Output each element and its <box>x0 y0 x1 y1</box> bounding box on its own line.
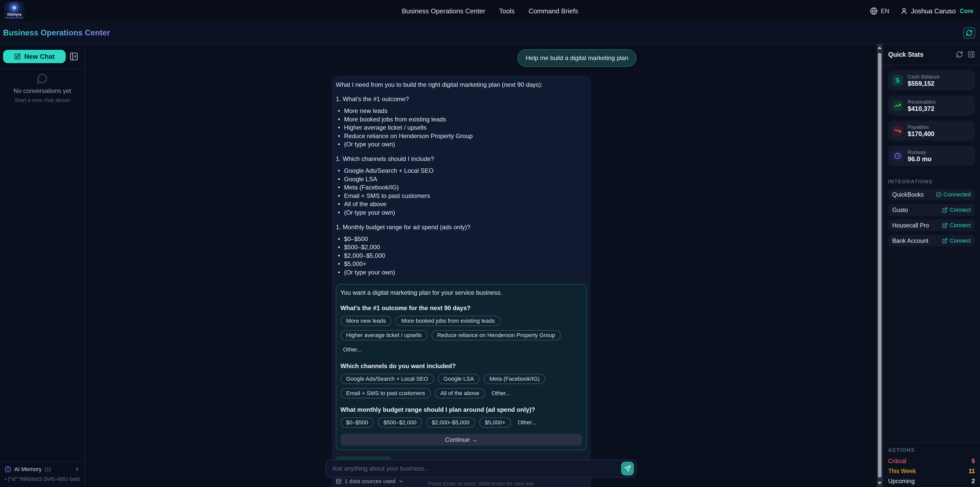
refresh-icon <box>966 30 972 36</box>
chip-budget-2000-5000[interactable]: $2,000–$5,000 <box>426 417 475 428</box>
integration-bank-account[interactable]: Bank Account Connect <box>888 235 975 247</box>
action-critical[interactable]: Critical 5 <box>888 458 975 464</box>
quick-stats-header: Quick Stats <box>883 44 980 65</box>
quick-stats-refresh-button[interactable] <box>956 51 963 58</box>
list-item: More new leads <box>336 107 587 115</box>
continue-button[interactable]: Continue → <box>340 434 582 445</box>
external-link-icon <box>942 238 948 244</box>
new-chat-label: New Chat <box>24 53 55 61</box>
integration-status-label: Connect <box>950 207 971 213</box>
panel-left-close-icon <box>69 52 78 61</box>
quickbooks-status[interactable]: Connected <box>936 191 971 198</box>
chip-budget-5000-plus[interactable]: $5,000+ <box>479 417 511 428</box>
scroll-down-button[interactable] <box>877 479 883 487</box>
page-header: Business Operations Center <box>0 22 980 44</box>
integration-name: Gusto <box>892 207 908 214</box>
assistant-intro: What I need from you to build the right … <box>336 81 587 89</box>
chat-input-wrap <box>326 460 636 477</box>
conversations-empty-state: No conversations yet Start a new chat ab… <box>0 73 85 103</box>
list-item: Meta (Facebook/IG) <box>336 183 587 192</box>
integration-quickbooks[interactable]: QuickBooks Connected <box>888 189 975 201</box>
chip-budget-0-500[interactable]: $0–$500 <box>340 417 374 428</box>
chip-more-new-leads[interactable]: More new leads <box>340 316 391 326</box>
chip-meta[interactable]: Meta (Facebook/IG) <box>484 374 545 384</box>
new-chat-button[interactable]: New Chat <box>3 50 66 63</box>
actions-title: ACTIONS <box>883 447 980 453</box>
form-question-channels: Which channels do you want included? <box>340 362 582 370</box>
page-title: Business Operations Center <box>3 28 110 37</box>
list-item: Google Ads/Search + Local SEO <box>336 167 587 175</box>
chat-scrollbar[interactable] <box>877 44 883 487</box>
nav-right: EN Joshua Caruso Core <box>870 0 973 22</box>
trending-down-icon <box>892 125 903 136</box>
collapse-stats-panel-button[interactable] <box>968 51 975 58</box>
ai-memory-toggle[interactable]: AI Memory (1) <box>5 466 80 473</box>
check-circle-icon <box>936 192 942 197</box>
clarification-form-card: You want a digital marketing plan for yo… <box>336 284 587 450</box>
language-label: EN <box>881 8 889 14</box>
chip-other-outcome[interactable]: Other... <box>340 345 364 355</box>
chip-other-budget[interactable]: Other... <box>515 417 539 428</box>
assistant-q2-list: Google Ads/Search + Local SEO Google LSA… <box>336 167 587 217</box>
chip-budget-500-2000[interactable]: $500–$2,000 <box>378 417 422 428</box>
stat-runway: Runway 96.0 mo <box>888 146 975 166</box>
chip-more-booked-jobs[interactable]: More booked jobs from existing leads <box>396 316 500 326</box>
stats-sidebar: Quick Stats Cash Balance $559,152 <box>883 44 980 487</box>
quick-stats-list: Cash Balance $559,152 Receivables $410,3… <box>883 65 980 166</box>
language-switcher[interactable]: EN <box>870 7 889 15</box>
integration-housecall-pro[interactable]: Housecall Pro Connect <box>888 219 975 231</box>
top-nav: Omnyra See Clearly. Act Boldly. Business… <box>0 0 980 22</box>
ai-memory-preview: {"id":"89fd4bd3-2b45-4861-bab8-... <box>5 476 80 482</box>
list-item: (Or type your own) <box>336 208 587 217</box>
user-menu[interactable]: Joshua Caruso <box>900 7 956 15</box>
user-message-bubble: Help me build a digital marketing plan <box>517 49 636 67</box>
brain-icon <box>5 466 11 473</box>
budget-chips: $0–$500 $500–$2,000 $2,000–$5,000 $5,000… <box>340 417 582 428</box>
assistant-question-2: 1. Which channels should I include? <box>336 155 587 163</box>
scroll-up-button[interactable] <box>877 44 883 51</box>
page-refresh-button[interactable] <box>963 27 975 38</box>
chip-google-lsa[interactable]: Google LSA <box>438 374 480 384</box>
stat-label: Cash Balance <box>908 74 940 80</box>
dollar-icon <box>892 75 903 86</box>
nav-links: Business Operations Center Tools Command… <box>0 0 980 22</box>
trending-up-icon <box>892 100 903 111</box>
stat-value: $170,400 <box>908 130 934 137</box>
integration-name: Bank Account <box>892 238 928 244</box>
ai-memory-label: AI Memory <box>14 466 41 473</box>
action-this-week[interactable]: This Week 11 <box>888 468 975 474</box>
list-item: Reduce reliance on Henderson Property Gr… <box>336 132 587 141</box>
collapse-sidebar-button[interactable] <box>69 52 78 61</box>
list-item: Higher average ticket / upsells <box>336 123 587 132</box>
integration-gusto[interactable]: Gusto Connect <box>888 204 975 216</box>
nav-link-business-operations-center[interactable]: Business Operations Center <box>402 7 485 15</box>
chat-area: Help me build a digital marketing plan W… <box>85 44 877 487</box>
chip-google-ads-seo[interactable]: Google Ads/Search + Local SEO <box>340 374 434 384</box>
integration-name: Housecall Pro <box>892 222 929 229</box>
list-item: Email + SMS to past customers <box>336 192 587 200</box>
chat-input[interactable] <box>326 460 636 477</box>
action-upcoming[interactable]: Upcoming 2 <box>888 478 975 484</box>
nav-link-command-briefs[interactable]: Command Briefs <box>528 7 578 15</box>
chip-email-sms[interactable]: Email + SMS to past customers <box>340 388 431 398</box>
chip-higher-average-ticket[interactable]: Higher average ticket / upsells <box>340 330 427 340</box>
user-icon <box>900 7 908 15</box>
new-chat-row: New Chat <box>0 44 85 69</box>
action-label: Critical <box>888 458 906 464</box>
housecall-pro-connect-button[interactable]: Connect <box>942 222 971 229</box>
list-item: (Or type your own) <box>336 268 587 277</box>
bank-account-connect-button[interactable]: Connect <box>942 238 971 244</box>
refresh-icon <box>956 51 963 58</box>
send-button[interactable] <box>621 461 634 476</box>
gusto-connect-button[interactable]: Connect <box>942 207 971 213</box>
integration-status-label: Connect <box>950 238 971 244</box>
globe-icon <box>870 7 878 15</box>
ai-memory-section: AI Memory (1) {"id":"89fd4bd3-2b45-4861-… <box>0 461 85 487</box>
action-count: 5 <box>972 458 975 464</box>
chip-other-channel[interactable]: Other... <box>489 388 512 398</box>
stat-value: 96.0 mo <box>908 155 932 163</box>
chip-reduce-reliance[interactable]: Reduce reliance on Henderson Property Gr… <box>431 330 561 340</box>
nav-link-tools[interactable]: Tools <box>499 7 515 15</box>
scrollbar-thumb[interactable] <box>878 53 881 477</box>
chip-all-of-the-above[interactable]: All of the above <box>435 388 485 398</box>
